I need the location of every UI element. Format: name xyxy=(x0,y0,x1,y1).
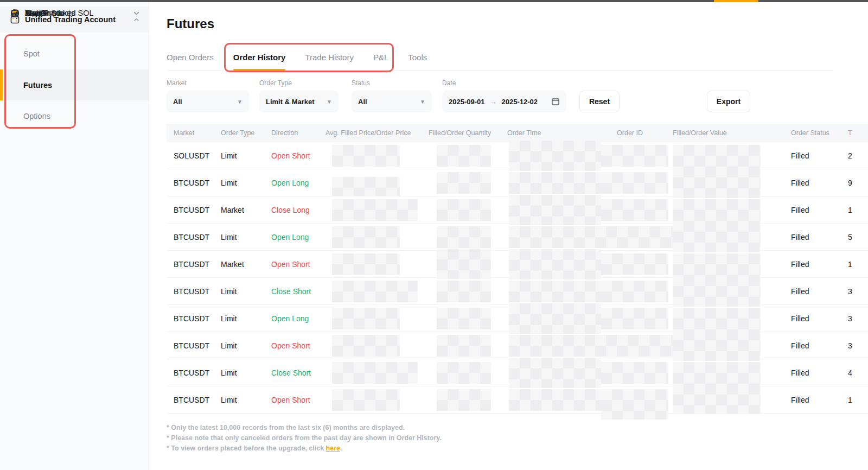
footnote-line: * Please note that only canceled orders … xyxy=(167,433,442,443)
cell-t: 3 xyxy=(848,314,852,323)
upgrade-history-link[interactable]: here xyxy=(326,444,340,452)
redacted-price-value xyxy=(332,253,400,275)
tab-p-l[interactable]: P&L xyxy=(373,52,388,71)
cell-order-type: Market xyxy=(221,206,244,214)
futures-order-history-page: Unified Trading Account Spot Futures Opt… xyxy=(0,0,868,470)
cell-direction: Open Short xyxy=(271,151,310,160)
table-row: BTCUSDT Limit Open Short Filled 3 xyxy=(167,332,868,359)
cell-order-status: Filled xyxy=(791,396,809,404)
sidebar-subitem-spot[interactable]: Spot xyxy=(0,43,149,65)
cell-order-status: Filled xyxy=(791,233,809,242)
redacted-order-id-value xyxy=(595,226,676,248)
tab-open-orders[interactable]: Open Orders xyxy=(167,52,214,71)
cell-order-status: Filled xyxy=(791,151,809,160)
cell-t: 3 xyxy=(848,341,852,350)
tab-trade-history[interactable]: Trade History xyxy=(305,52,353,71)
redacted-price-value xyxy=(332,362,418,384)
cell-direction: Open Long xyxy=(271,233,309,242)
cell-order-status: Filled xyxy=(791,369,809,377)
redacted-price-value xyxy=(332,199,418,221)
cell-market: BTCUSDT xyxy=(174,396,209,404)
table-row: SOLUSDT Limit Open Short Filled 2 xyxy=(167,142,868,169)
redacted-order-id-value xyxy=(601,308,668,329)
redacted-order-time-value xyxy=(509,172,601,194)
reset-button[interactable]: Reset xyxy=(579,91,620,112)
redacted-quantity-value xyxy=(437,199,491,221)
redacted-order-value xyxy=(673,145,761,167)
cell-order-type: Market xyxy=(221,260,244,269)
cell-order-status: Filled xyxy=(791,287,809,296)
cell-order-status: Filled xyxy=(791,341,809,350)
tradfi-icon xyxy=(10,9,20,18)
market-filter-label: Market xyxy=(167,79,187,87)
redacted-order-time-value xyxy=(509,195,601,225)
browser-loading-bar xyxy=(714,0,758,2)
redacted-order-value xyxy=(673,253,761,275)
footnotes: * Only the latest 10,000 records from th… xyxy=(167,423,442,454)
caret-down-icon: ▼ xyxy=(327,99,332,105)
status-filter-select[interactable]: All ▼ xyxy=(352,91,432,112)
redacted-price-value xyxy=(332,389,400,411)
cell-direction: Open Short xyxy=(271,341,310,350)
column-header: Market xyxy=(174,129,194,137)
redacted-order-id-value xyxy=(601,199,668,221)
tab-bar: Open Orders Order History Trade History … xyxy=(167,52,834,71)
redacted-order-id-value xyxy=(595,335,676,357)
cell-market: BTCUSDT xyxy=(174,206,209,214)
sidebar-subitem-futures[interactable]: Futures xyxy=(0,69,149,100)
order-type-filter-select[interactable]: Limit & Market ▼ xyxy=(259,91,339,112)
cell-t: 1 xyxy=(848,260,852,269)
cell-order-status: Filled xyxy=(791,179,809,187)
tab-order-history[interactable]: Order History xyxy=(233,52,286,71)
table-row: BTCUSDT Market Open Short Filled 1 xyxy=(167,251,868,278)
status-filter-value: All xyxy=(358,98,367,106)
cell-direction: Open Long xyxy=(271,179,309,187)
redacted-order-time-value xyxy=(509,389,601,411)
redacted-price-value xyxy=(332,145,400,167)
redacted-order-time-value xyxy=(509,141,601,171)
redacted-quantity-value xyxy=(437,389,491,411)
cell-t: 5 xyxy=(848,233,852,242)
cell-order-status: Filled xyxy=(791,206,809,214)
cell-market: BTCUSDT xyxy=(174,341,209,350)
sidebar-item-tradfi[interactable]: TradFi xyxy=(0,2,149,24)
order-type-filter-label: Order Type xyxy=(259,79,292,87)
column-header: Order Time xyxy=(507,129,541,137)
redacted-order-time-value xyxy=(509,303,601,334)
column-header: Order Type xyxy=(221,129,254,137)
cell-direction: Open Short xyxy=(271,396,310,404)
caret-down-icon: ▼ xyxy=(420,99,425,105)
date-from-value: 2025-09-01 xyxy=(449,98,485,106)
redacted-order-value xyxy=(673,275,761,307)
redacted-quantity-value xyxy=(437,226,491,248)
redacted-order-id-value xyxy=(601,281,668,302)
sidebar-subitem-options[interactable]: Options xyxy=(0,105,149,127)
redacted-order-id-value xyxy=(601,362,668,384)
cell-direction: Open Short xyxy=(271,260,310,269)
date-range-picker[interactable]: 2025-09-01 → 2025-12-02 xyxy=(442,91,566,112)
cell-order-type: Limit xyxy=(221,179,237,187)
column-header: T xyxy=(848,129,852,137)
order-type-filter-value: Limit & Market xyxy=(266,98,315,106)
redacted-price-value xyxy=(332,226,400,248)
tab-tools[interactable]: Tools xyxy=(408,52,427,71)
table-row: BTCUSDT Limit Close Short Filled 3 xyxy=(167,278,868,305)
cell-t: 1 xyxy=(848,206,852,214)
redacted-quantity-value xyxy=(437,362,491,384)
chevron-down-icon xyxy=(133,10,139,16)
cell-market: BTCUSDT xyxy=(174,287,209,296)
cell-market: BTCUSDT xyxy=(174,260,209,269)
table-header: Market Order Type Direction Avg. Filled … xyxy=(167,124,868,142)
market-filter-select[interactable]: All ▼ xyxy=(167,91,249,112)
redacted-order-time-value xyxy=(509,249,601,280)
cell-market: BTCUSDT xyxy=(174,179,209,187)
redacted-order-id-value xyxy=(601,389,668,420)
export-button[interactable]: Export xyxy=(707,91,750,112)
redacted-order-value xyxy=(673,362,761,384)
redacted-order-value xyxy=(673,167,761,198)
calendar-icon xyxy=(551,97,560,106)
redacted-order-value xyxy=(673,384,761,414)
cell-t: 4 xyxy=(848,369,852,377)
cell-direction: Close Short xyxy=(271,287,311,296)
date-to-value: 2025-12-02 xyxy=(502,98,538,106)
